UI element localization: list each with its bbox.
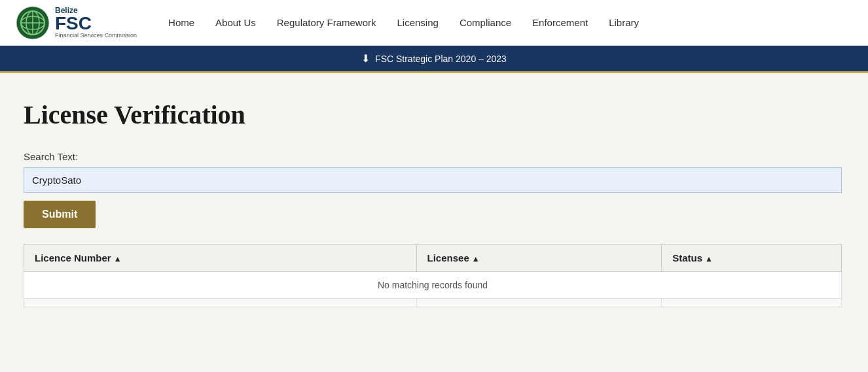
col-header-status[interactable]: Status▲ xyxy=(662,245,842,272)
sort-arrow-licensee[interactable]: ▲ xyxy=(472,254,480,263)
nav-link-about-us[interactable]: About Us xyxy=(205,12,266,33)
col-header-licensee[interactable]: Licensee▲ xyxy=(416,245,662,272)
fsc-logo-icon xyxy=(16,6,50,40)
nav-link-library[interactable]: Library xyxy=(598,12,649,33)
nav-link-home[interactable]: Home xyxy=(158,12,205,33)
table-footer-row xyxy=(24,299,842,307)
download-icon: ⬇ xyxy=(361,52,370,65)
table-footer xyxy=(24,299,842,307)
footer-cell-3 xyxy=(662,299,842,307)
nav-item-licensing[interactable]: Licensing xyxy=(386,12,448,33)
search-input[interactable] xyxy=(24,167,842,193)
results-table: Licence Number▲ Licensee▲ Status▲ No mat… xyxy=(24,244,842,307)
navbar: Belize FSC Financial Services Commission… xyxy=(0,0,868,46)
nav-item-library[interactable]: Library xyxy=(598,12,649,33)
submit-button[interactable]: Submit xyxy=(24,201,96,228)
nav-link-licensing[interactable]: Licensing xyxy=(386,12,448,33)
main-content: License Verification Search Text: Submit… xyxy=(0,73,868,333)
table-row-no-records: No matching records found xyxy=(24,272,842,299)
col-label-licensee: Licensee xyxy=(427,252,469,263)
sort-arrow-status[interactable]: ▲ xyxy=(705,254,713,263)
table-body: No matching records found xyxy=(24,272,842,299)
search-label: Search Text: xyxy=(24,151,842,162)
no-records-message: No matching records found xyxy=(24,272,842,299)
logo-text: Belize FSC Financial Services Commission xyxy=(55,7,137,39)
nav-item-home[interactable]: Home xyxy=(158,12,205,33)
table-header-row: Licence Number▲ Licensee▲ Status▲ xyxy=(24,245,842,272)
nav-item-regulatory-framework[interactable]: Regulatory Framework xyxy=(266,12,387,33)
page-title: License Verification xyxy=(24,99,842,130)
nav-link-compliance[interactable]: Compliance xyxy=(449,12,522,33)
nav-link-regulatory-framework[interactable]: Regulatory Framework xyxy=(266,12,387,33)
nav-item-compliance[interactable]: Compliance xyxy=(449,12,522,33)
nav-item-about-us[interactable]: About Us xyxy=(205,12,266,33)
nav-link-enforcement[interactable]: Enforcement xyxy=(522,12,598,33)
logo-tagline: Financial Services Commission xyxy=(55,33,137,39)
logo-fsc: FSC xyxy=(55,14,137,33)
nav-item-enforcement[interactable]: Enforcement xyxy=(522,12,598,33)
nav-links: Home About Us Regulatory Framework Licen… xyxy=(158,12,649,33)
col-label-status: Status xyxy=(672,252,702,263)
col-label-licence-number: Licence Number xyxy=(35,252,111,263)
strategic-plan-banner[interactable]: ⬇ FSC Strategic Plan 2020 – 2023 xyxy=(0,46,868,73)
table-header: Licence Number▲ Licensee▲ Status▲ xyxy=(24,245,842,272)
sort-arrow-licence[interactable]: ▲ xyxy=(114,254,122,263)
col-header-licence-number[interactable]: Licence Number▲ xyxy=(24,245,417,272)
banner-text: FSC Strategic Plan 2020 – 2023 xyxy=(375,54,507,64)
logo-link[interactable]: Belize FSC Financial Services Commission xyxy=(16,6,137,40)
footer-cell-2 xyxy=(416,299,662,307)
footer-cell-1 xyxy=(24,299,417,307)
